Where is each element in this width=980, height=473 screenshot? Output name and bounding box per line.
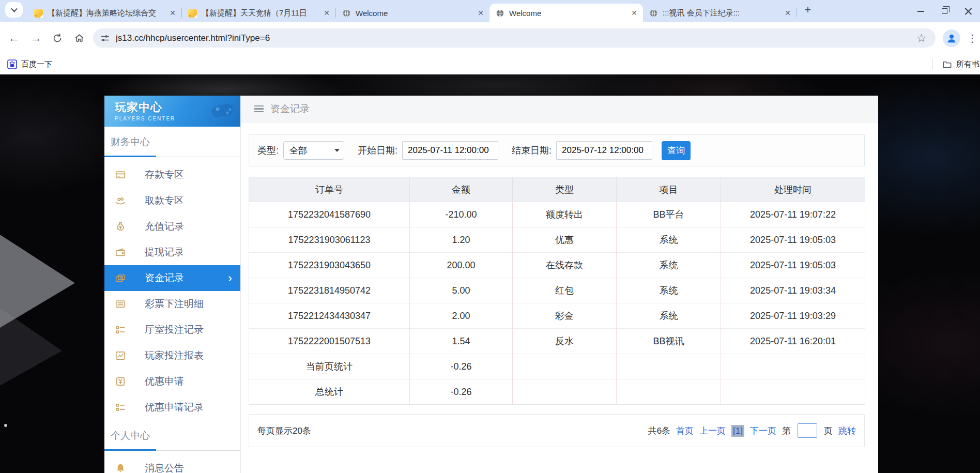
sidebar-item-label: 充值记录 — [145, 220, 184, 233]
tab-search-button[interactable] — [5, 2, 23, 18]
list-items-icon — [115, 402, 126, 413]
sidebar-item-deposit-zone[interactable]: 存款专区 — [104, 162, 240, 188]
baidu-favicon-icon — [7, 59, 17, 69]
page-jump-input[interactable] — [798, 423, 817, 438]
sidebar-item-label: 资金记录 — [145, 271, 184, 285]
sidebar-item-label: 存款专区 — [145, 168, 184, 181]
minimize-button[interactable] — [909, 0, 932, 22]
browser-window: 【新提醒】海燕策略论坛综合交 ✕ 【新提醒】天天竞猜（7月11日 ✕ Welco… — [0, 0, 980, 473]
next-page-link[interactable]: 下一页 — [750, 425, 776, 437]
sidebar-item-message-announcements[interactable]: 消息公告 — [104, 455, 240, 473]
cell-empty — [721, 379, 865, 405]
search-button[interactable]: 查询 — [662, 141, 691, 160]
tab-forum-1[interactable]: 【新提醒】海燕策略论坛综合交 ✕ — [28, 4, 181, 22]
sidebar-banner: 玩家中心 PLAYERS CENTER — [104, 96, 240, 127]
sidebar-item-player-bet-report[interactable]: 玩家投注报表 — [104, 343, 240, 369]
sidebar-item-promo-apply-records[interactable]: 优惠申请记录 — [104, 394, 240, 420]
end-date-input[interactable] — [556, 141, 652, 160]
window-controls — [909, 0, 980, 22]
tab-close-icon[interactable]: ✕ — [783, 8, 792, 18]
tab-title: Welcome — [509, 9, 625, 18]
forum-favicon-icon — [34, 9, 43, 18]
home-icon — [74, 33, 85, 43]
jump-link[interactable]: 跳转 — [838, 425, 856, 437]
sidebar-item-withdrawal-records[interactable]: 提现记录 — [104, 239, 240, 265]
bookmark-star-icon[interactable]: ☆ — [914, 32, 928, 44]
bell-icon — [115, 463, 126, 473]
end-date-label: 结束日期: — [512, 144, 552, 157]
type-label: 类型: — [257, 144, 279, 157]
section-personal-title: 个人中心 — [104, 420, 240, 443]
page-title: 资金记录 — [270, 102, 310, 116]
back-button[interactable]: ← — [3, 27, 25, 49]
profile-avatar[interactable] — [943, 29, 960, 47]
globe-favicon-icon — [649, 9, 658, 18]
col-amount: 金额 — [410, 177, 513, 202]
main-content: 资金记录 类型: 全部 开始日期: 结束日期: 查询 — [241, 96, 878, 473]
decor-dot — [4, 424, 7, 427]
tab-close-icon[interactable]: ✕ — [476, 8, 485, 18]
table-row: 17522220015075131.54反水BB视讯2025-07-11 16:… — [249, 329, 865, 354]
sidebar-item-recharge-records[interactable]: 充值记录 — [104, 213, 240, 239]
tab-welcome-active[interactable]: Welcome ✕ — [489, 4, 643, 22]
type-select[interactable]: 全部 — [283, 141, 344, 160]
sidebar-item-label: 优惠申请记录 — [145, 401, 204, 414]
cell-amount: 1.20 — [410, 227, 513, 253]
start-date-label: 开始日期: — [358, 144, 397, 157]
sidebar-item-label: 提现记录 — [145, 246, 184, 259]
cell-type: 反水 — [513, 329, 617, 354]
browser-menu-button[interactable]: ⋮ — [966, 32, 979, 44]
folder-icon — [942, 59, 952, 69]
tab-separator — [797, 8, 797, 18]
cell-order-id: 1752231903043650 — [249, 253, 410, 278]
sidebar-item-label: 厅室投注记录 — [145, 323, 204, 337]
start-date-input[interactable] — [402, 141, 498, 160]
sidebar-item-funds-records[interactable]: 资金记录 › — [104, 265, 240, 291]
cell-empty — [617, 379, 721, 405]
gamepad-icon — [207, 98, 237, 123]
sidebar-item-lottery-bet-details[interactable]: 彩票下注明细 — [104, 291, 240, 317]
sidebar-item-hall-bet-records[interactable]: 厅室投注记录 — [104, 317, 240, 343]
tab-close-icon[interactable]: ✕ — [322, 8, 331, 18]
all-bookmarks[interactable]: 所有书签 — [932, 54, 980, 74]
close-button[interactable] — [956, 0, 980, 22]
col-project: 项目 — [617, 177, 721, 202]
new-tab-button[interactable]: + — [800, 2, 816, 18]
forward-button[interactable]: → — [25, 27, 47, 49]
url-text[interactable]: js13.cc/hhcp/usercenter.html?iniType=6 — [116, 33, 914, 43]
tab-close-icon[interactable]: ✕ — [630, 8, 639, 18]
col-process-time: 处理时间 — [721, 177, 865, 202]
page-body: 类型: 全部 开始日期: 结束日期: 查询 — [241, 123, 878, 447]
per-page-label: 每页显示20条 — [257, 425, 311, 437]
cell-type: 红包 — [513, 278, 617, 303]
table-row: 1752231903043650200.00在线存款系统2025-07-11 1… — [249, 253, 865, 278]
sidebar-item-promo-apply[interactable]: 优惠申请 — [104, 369, 240, 394]
tab-video-records[interactable]: :::视讯 会员下注纪录::: ✕ — [643, 4, 797, 22]
hamburger-icon[interactable] — [254, 105, 264, 113]
select-caret-icon — [334, 149, 340, 152]
bookmark-baidu[interactable]: 百度一下 — [7, 59, 52, 69]
maximize-button[interactable] — [932, 0, 956, 22]
refresh-button[interactable] — [47, 27, 68, 49]
sidebar-item-label: 彩票下注明细 — [145, 297, 204, 311]
sidebar-item-withdraw-zone[interactable]: 取款专区 — [104, 188, 240, 213]
type-select-value: 全部 — [289, 145, 307, 157]
home-button[interactable] — [68, 27, 90, 49]
cell-amount: -210.00 — [410, 202, 513, 227]
col-order-id: 订单号 — [249, 177, 410, 202]
cell-empty — [721, 354, 865, 379]
tab-title: Welcome — [356, 9, 471, 18]
prev-page-link[interactable]: 上一页 — [699, 425, 726, 437]
cell-order-id: 1752231814950742 — [249, 278, 410, 303]
tab-welcome-1[interactable]: Welcome ✕ — [336, 4, 489, 22]
cell-empty — [513, 379, 617, 405]
sidebar: 玩家中心 PLAYERS CENTER 财务中心 存款专区 取款专区 — [104, 96, 241, 473]
tab-forum-2[interactable]: 【新提醒】天天竞猜（7月11日 ✕ — [182, 4, 335, 22]
address-bar[interactable]: js13.cc/hhcp/usercenter.html?iniType=6 ☆ — [93, 28, 936, 48]
all-bookmarks-label: 所有书签 — [956, 59, 980, 69]
current-page-indicator[interactable]: [1] — [731, 425, 744, 437]
section-underline — [104, 156, 240, 157]
first-page-link[interactable]: 首页 — [676, 425, 694, 437]
cell-type: 彩金 — [513, 303, 617, 329]
tab-close-icon[interactable]: ✕ — [168, 8, 177, 18]
